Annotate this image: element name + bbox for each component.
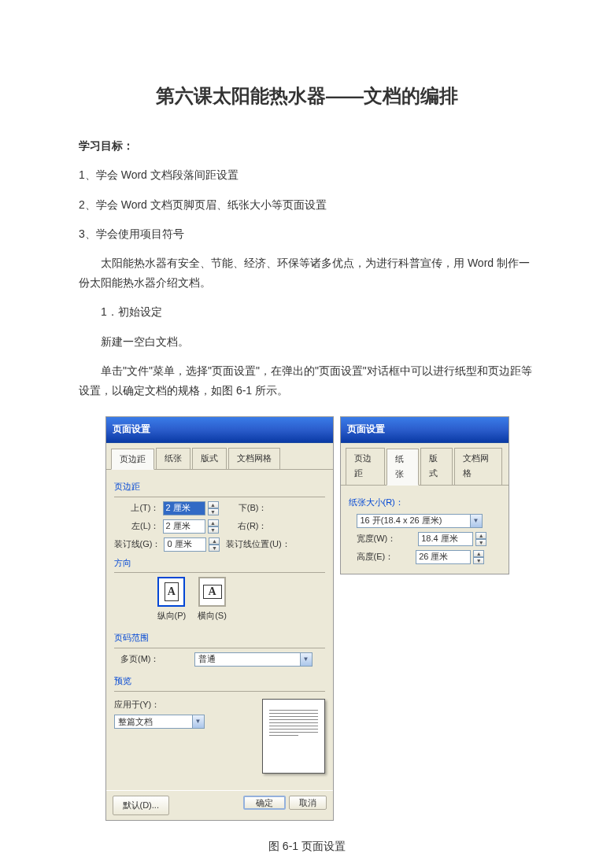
step-heading: 1．初始设定 <box>79 302 535 322</box>
input-height[interactable]: 26 厘米 <box>416 550 471 564</box>
spinner[interactable]: ▲▼ <box>475 532 486 546</box>
group-orientation: 方向 <box>114 556 325 574</box>
group-preview: 预览 <box>114 674 325 692</box>
input-top[interactable]: 2 厘米 <box>163 501 205 515</box>
group-papersize: 纸张大小(R)： <box>349 495 501 511</box>
page-setup-dialog-paper: 页面设置 页边距 纸张 版式 文档网格 纸张大小(R)： 16 开(18.4 x… <box>340 416 509 574</box>
tab-row: 页边距 纸张 版式 文档网格 <box>106 443 333 471</box>
preview-page-icon <box>262 699 325 774</box>
landscape-label: 横向(S) <box>198 608 227 624</box>
label-applyto: 应用于(Y)： <box>114 697 161 713</box>
label-multipage: 多页(M)： <box>114 652 160 667</box>
spinner[interactable]: ▲▼ <box>473 550 484 564</box>
spinner[interactable]: ▲▼ <box>208 519 219 534</box>
default-button[interactable]: 默认(D)... <box>113 796 169 816</box>
input-gutter[interactable]: 0 厘米 <box>164 537 206 552</box>
tab-margin[interactable]: 页边距 <box>346 448 386 486</box>
label-height: 高度(E)： <box>357 549 394 565</box>
body-paragraph: 单击"文件"菜单，选择"页面设置"，在弹出的"页面设置"对话框中可以进行纸型和页… <box>79 361 535 401</box>
orientation-landscape[interactable]: 横向(S) <box>198 577 227 624</box>
cancel-button[interactable]: 取消 <box>289 796 327 810</box>
objective-item: 3、学会使用项目符号 <box>79 224 535 244</box>
portrait-icon <box>157 577 185 607</box>
intro-paragraph: 太阳能热水器有安全、节能、经济、环保等诸多优点，为进行科普宣传，用 Word 制… <box>79 253 535 293</box>
label-left: 左(L)： <box>114 519 160 534</box>
tab-grid[interactable]: 文档网格 <box>228 448 280 470</box>
group-pages: 页码范围 <box>114 630 325 648</box>
dialog-title: 页面设置 <box>341 417 509 443</box>
input-left[interactable]: 2 厘米 <box>163 519 205 534</box>
spinner[interactable]: ▲▼ <box>209 537 220 552</box>
objective-item: 2、学会 Word 文档页脚页眉、纸张大小等页面设置 <box>79 195 535 215</box>
label-gutterpos: 装订线位置(U)： <box>226 537 290 552</box>
tab-margin[interactable]: 页边距 <box>111 449 154 471</box>
select-value: 普通 <box>198 652 216 667</box>
dialog-title: 页面设置 <box>106 417 333 443</box>
tab-paper[interactable]: 纸张 <box>387 449 419 486</box>
body-paragraph: 新建一空白文档。 <box>79 332 535 352</box>
label-top: 上(T)： <box>114 500 160 516</box>
group-margin: 页边距 <box>114 479 325 497</box>
figure-caption: 图 6-1 页面设置 <box>79 837 535 856</box>
figure-6-1: 页面设置 页边距 纸张 版式 文档网格 页边距 上(T)： 2 厘米 ▲▼ 下(… <box>79 416 535 821</box>
label-gutter: 装订线(G)： <box>114 537 161 552</box>
select-multipage[interactable]: 普通 ▼ <box>194 652 313 667</box>
chevron-down-icon: ▼ <box>300 653 312 666</box>
ok-button[interactable]: 确定 <box>243 796 286 810</box>
select-applyto[interactable]: 整篇文档 ▼ <box>114 715 205 729</box>
tab-grid[interactable]: 文档网格 <box>454 448 501 486</box>
objectives-heading: 学习目标： <box>79 136 535 156</box>
label-bottom: 下(B)： <box>222 500 268 516</box>
document-title: 第六课太阳能热水器——文档的编排 <box>79 79 535 113</box>
label-right: 右(R)： <box>222 519 268 534</box>
select-value: 整篇文档 <box>118 715 153 730</box>
select-papersize[interactable]: 16 开(18.4 x 26 厘米) ▼ <box>357 514 483 528</box>
chevron-down-icon: ▼ <box>470 515 482 527</box>
chevron-down-icon: ▼ <box>192 715 204 728</box>
page-setup-dialog-margin: 页面设置 页边距 纸张 版式 文档网格 页边距 上(T)： 2 厘米 ▲▼ 下(… <box>105 416 334 821</box>
label-width: 宽度(W)： <box>357 531 397 547</box>
tab-row: 页边距 纸张 版式 文档网格 <box>341 443 509 486</box>
tab-layout[interactable]: 版式 <box>192 448 227 470</box>
tab-paper[interactable]: 纸张 <box>156 448 190 470</box>
portrait-label: 纵向(P) <box>157 608 187 624</box>
tab-layout[interactable]: 版式 <box>420 448 453 486</box>
select-value: 16 开(18.4 x 26 厘米) <box>361 513 442 529</box>
spinner[interactable]: ▲▼ <box>208 501 219 515</box>
objective-item: 1、学会 Word 文档段落间距设置 <box>79 165 535 185</box>
orientation-portrait[interactable]: 纵向(P) <box>157 577 187 624</box>
landscape-icon <box>198 577 226 607</box>
input-width[interactable]: 18.4 厘米 <box>418 532 473 546</box>
